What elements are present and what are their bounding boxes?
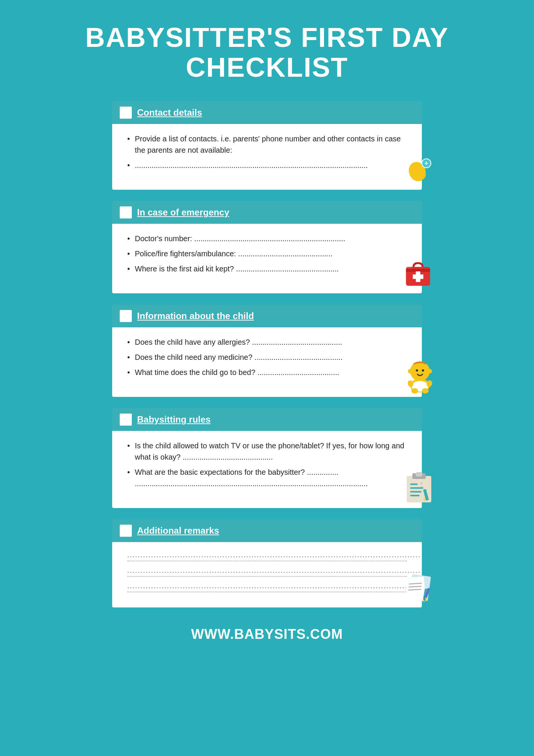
clipboard-icon: ✓ ✓ xyxy=(405,470,433,504)
section-remarks: Additional remarks......................… xyxy=(112,519,422,607)
list-item-child-info-0: Does the child have any allergies? .....… xyxy=(127,336,407,348)
section-checkbox-child-info[interactable] xyxy=(120,310,132,322)
section-header-remarks: Additional remarks xyxy=(112,519,422,542)
section-title-rules: Babysitting rules xyxy=(137,414,211,425)
section-body-contact-details: Provide a list of contacts. i.e. parents… xyxy=(112,124,422,178)
list-item-contact-details-0: Provide a list of contacts. i.e. parents… xyxy=(127,133,407,156)
svg-rect-22 xyxy=(410,483,418,485)
list-item-emergency-1: Police/fire fighters/ambulance: ........… xyxy=(127,248,407,259)
sections-container: Contact detailsProvide a list of contact… xyxy=(112,101,422,607)
svg-point-17 xyxy=(408,369,412,373)
remarks-lines: ........................................… xyxy=(112,542,422,596)
svg-point-11 xyxy=(422,388,429,393)
section-contact-details: Contact detailsProvide a list of contact… xyxy=(112,101,422,190)
svg-rect-4 xyxy=(406,269,430,272)
section-header-contact-details: Contact details xyxy=(112,101,422,124)
section-emergency: In case of emergencyDoctor's number: ...… xyxy=(112,201,422,293)
list-item-rules-1: What are the basic expectations for the … xyxy=(127,466,407,489)
svg-rect-21 xyxy=(415,472,423,477)
section-list-emergency: Doctor's number: .......................… xyxy=(127,233,407,274)
section-checkbox-remarks[interactable] xyxy=(120,525,132,537)
remarks-line-0: ........................................… xyxy=(127,551,407,561)
section-title-remarks: Additional remarks xyxy=(137,525,219,536)
remarks-line-2: ........................................… xyxy=(127,582,407,592)
svg-text:+: + xyxy=(424,160,428,166)
list-item-child-info-2: What time does the child go to bed? ....… xyxy=(127,367,407,378)
svg-point-15 xyxy=(416,369,418,372)
footer-url: WWW.BABYSITS.COM xyxy=(191,626,343,642)
svg-rect-7 xyxy=(406,267,412,269)
phone-icon: + xyxy=(403,156,433,186)
section-list-child-info: Does the child have any allergies? .....… xyxy=(127,336,407,378)
page-title: BABYSITTER'S FIRST DAY CHECKLIST xyxy=(85,23,449,82)
section-title-child-info: Information about the child xyxy=(137,311,254,321)
svg-text:✓: ✓ xyxy=(420,485,423,489)
svg-rect-25 xyxy=(410,495,420,496)
svg-rect-24 xyxy=(410,491,421,493)
section-body-emergency: Doctor's number: .......................… xyxy=(112,224,422,282)
section-header-emergency: In case of emergency xyxy=(112,201,422,224)
list-item-emergency-2: Where is the first aid kit kept? .......… xyxy=(127,263,407,274)
remarks-line-1: ........................................… xyxy=(127,567,407,577)
section-header-child-info: Information about the child xyxy=(112,305,422,327)
list-item-contact-details-1: ........................................… xyxy=(127,160,407,171)
section-body-child-info: Does the child have any allergies? .....… xyxy=(112,327,422,386)
section-checkbox-rules[interactable] xyxy=(120,414,132,426)
section-rules: Babysitting rulesIs the child allowed to… xyxy=(112,408,422,508)
svg-point-10 xyxy=(411,388,418,393)
section-title-emergency: In case of emergency xyxy=(137,207,229,218)
list-item-emergency-0: Doctor's number: .......................… xyxy=(127,233,407,244)
svg-point-18 xyxy=(428,369,432,373)
section-list-rules: Is the child allowed to watch TV or use … xyxy=(127,440,407,489)
notes-icon xyxy=(403,573,433,606)
section-body-rules: Is the child allowed to watch TV or use … xyxy=(112,431,422,497)
svg-point-14 xyxy=(410,361,430,381)
firstaid-icon xyxy=(403,259,433,290)
list-item-rules-0: Is the child allowed to watch TV or use … xyxy=(127,440,407,463)
section-list-contact-details: Provide a list of contacts. i.e. parents… xyxy=(127,133,407,171)
svg-rect-6 xyxy=(413,274,423,279)
section-title-contact-details: Contact details xyxy=(137,107,202,118)
section-header-rules: Babysitting rules xyxy=(112,408,422,431)
baby-icon xyxy=(405,359,435,395)
section-child-info: Information about the childDoes the chil… xyxy=(112,305,422,397)
section-checkbox-contact-details[interactable] xyxy=(120,107,132,119)
svg-point-16 xyxy=(422,369,424,372)
list-item-child-info-1: Does the child need any medicine? ......… xyxy=(127,352,407,363)
section-checkbox-emergency[interactable] xyxy=(120,206,132,218)
